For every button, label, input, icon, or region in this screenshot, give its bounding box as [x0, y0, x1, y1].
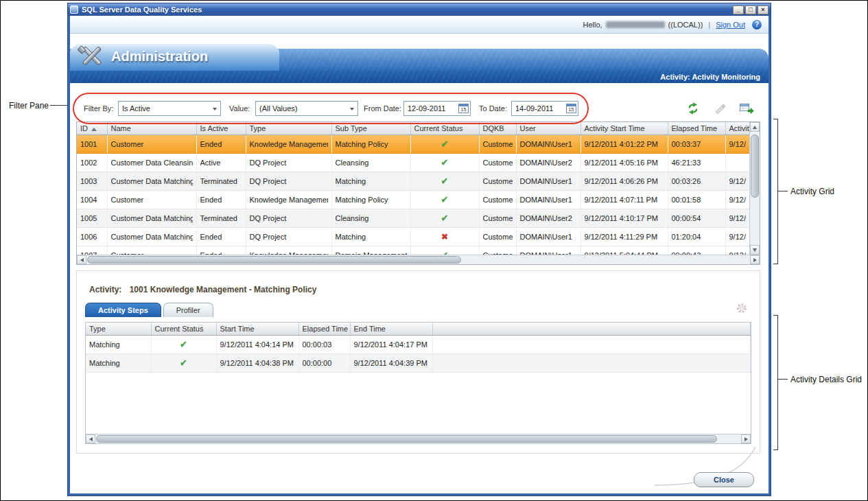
cell-status: ✔ — [410, 172, 479, 190]
hello-label: Hello, — [583, 21, 602, 29]
cell-sub_type: Matching — [331, 172, 410, 190]
value-select[interactable]: (All Values) — [255, 101, 358, 116]
activity-grid-horizontal-scrollbar[interactable] — [77, 255, 760, 264]
table-row[interactable]: 1007CustomerEndedKnowledge ManagementDom… — [77, 246, 749, 255]
cell-status: ✔ — [151, 353, 216, 372]
cell-type: Matching — [86, 335, 151, 353]
cell-activity: 9/12/20 — [725, 135, 749, 153]
cell-dqkb: Customer — [479, 190, 516, 209]
calendar-icon-day: 15 — [567, 106, 576, 113]
cell-start: 9/12/2011 4:04:14 PM — [216, 335, 298, 353]
cell-name: Customer Data Matching — [107, 209, 196, 227]
column-header[interactable]: DQKB — [479, 122, 516, 135]
screenshot-root: Filter Pane Activity Grid Activity Detai… — [0, 0, 868, 501]
column-header[interactable]: Elapsed Time — [668, 122, 725, 135]
cell-id: 1007 — [77, 246, 107, 255]
column-header[interactable]: Current Status — [410, 122, 479, 135]
tab-activity-steps[interactable]: Activity Steps — [85, 303, 161, 317]
column-header[interactable]: Sub Type — [331, 122, 410, 135]
calendar-icon[interactable]: 15 — [566, 104, 576, 113]
close-window-button[interactable]: × — [758, 5, 769, 14]
column-header[interactable]: Type — [86, 323, 151, 335]
cell-name: Customer — [107, 190, 196, 209]
to-date-label: To Date: — [479, 100, 507, 117]
table-row[interactable]: 1002Customer Data CleansingActiveDQ Proj… — [77, 153, 749, 172]
refresh-icon[interactable] — [685, 101, 701, 116]
column-header[interactable]: Is Active — [196, 122, 246, 135]
to-date-input[interactable]: 14-09-201115 — [511, 101, 578, 116]
activity-grid-header-row: IDNameIs ActiveTypeSub TypeCurrent Statu… — [77, 122, 749, 135]
vertical-scrollbar-thumb[interactable] — [751, 135, 759, 198]
details-grid-horizontal-scrollbar[interactable] — [86, 434, 751, 443]
help-icon[interactable]: ? — [752, 20, 762, 30]
annotation-line-filter-pane — [50, 105, 69, 106]
export-grid-icon[interactable] — [738, 101, 755, 116]
annotation-filter-pane: Filter Pane — [9, 101, 49, 110]
details-title: Activity: 1001 Knowledge Management - Ma… — [89, 285, 316, 294]
cell-type: Matching — [86, 353, 151, 372]
column-header[interactable]: Name — [107, 122, 196, 135]
tab-profiler[interactable]: Profiler — [163, 303, 213, 317]
app-icon — [70, 5, 78, 14]
scroll-down-button[interactable] — [750, 245, 760, 255]
cell-dqkb: Customer — [479, 172, 516, 190]
chevron-down-icon — [350, 108, 354, 110]
cell-status: ✔ — [151, 335, 216, 353]
calendar-icon[interactable]: 15 — [458, 104, 469, 113]
table-row[interactable]: 1004CustomerEndedKnowledge ManagementMat… — [77, 190, 749, 209]
cell-sub_type: Matching Policy — [331, 190, 410, 209]
cell-elapsed: 00:00:54 — [668, 209, 725, 227]
cell-type: Knowledge Management — [246, 246, 331, 255]
cell-status: ✖ — [410, 227, 479, 246]
horizontal-scrollbar-thumb[interactable] — [96, 435, 717, 443]
column-header[interactable]: Type — [246, 122, 331, 135]
scroll-left-button[interactable] — [77, 255, 86, 264]
value-label: Value: — [229, 100, 250, 117]
details-activity-label: Activity: — [89, 285, 121, 294]
scroll-right-button[interactable] — [741, 434, 751, 443]
bracket-tick — [773, 315, 778, 316]
table-row[interactable]: Matching✔9/12/2011 4:04:38 PM00:00:009/1… — [86, 353, 751, 372]
scroll-left-button[interactable] — [86, 434, 95, 443]
maximize-button[interactable]: □ — [745, 5, 756, 14]
close-button[interactable]: Close — [694, 472, 754, 487]
table-row[interactable]: 1003Customer Data MatchingTerminatedDQ P… — [77, 172, 749, 190]
terminate-process-icon-disabled[interactable] — [712, 101, 728, 116]
bracket-connector — [777, 191, 788, 191]
column-header[interactable]: User — [516, 122, 580, 135]
separator: | — [708, 21, 710, 29]
table-row[interactable]: Matching✔9/12/2011 4:04:14 PM00:00:039/1… — [86, 335, 751, 353]
activity-grid-table: IDNameIs ActiveTypeSub TypeCurrent Statu… — [77, 122, 750, 255]
header-strip: Hello, ((LOCAL)) | Sign Out ? — [70, 16, 769, 34]
cell-dqkb: Customer — [479, 227, 516, 246]
column-header[interactable]: Activity Start Time — [580, 122, 668, 135]
column-header[interactable]: End Time — [350, 323, 432, 335]
column-header[interactable]: Start Time — [216, 323, 298, 335]
status-ok-icon: ✔ — [414, 154, 476, 172]
to-date-value: 14-09-2011 — [515, 104, 553, 113]
cell-status: ✔ — [410, 153, 479, 172]
column-header[interactable]: Elapsed Time — [298, 323, 350, 335]
minimize-button[interactable]: _ — [733, 5, 744, 14]
cell-is_active: Ended — [196, 135, 246, 153]
gear-icon-disabled — [736, 303, 747, 315]
table-row[interactable]: 1006Customer Data MatchingEndedDQ Projec… — [77, 227, 749, 246]
banner-tab: Administration — [70, 43, 279, 71]
column-header[interactable]: Current Status — [151, 323, 216, 335]
grid-toolbar — [685, 100, 755, 117]
column-header[interactable]: Activity — [725, 122, 749, 135]
activity-grid-vertical-scrollbar[interactable] — [749, 122, 760, 255]
from-date-input[interactable]: 12-09-201115 — [403, 101, 471, 116]
column-header[interactable]: ID — [77, 122, 107, 135]
cell-elapsed: 00:01:58 — [668, 190, 725, 209]
activity-details-panel: Activity: 1001 Knowledge Management - Ma… — [76, 270, 760, 454]
horizontal-scrollbar-thumb[interactable] — [87, 256, 461, 264]
scroll-up-button[interactable] — [750, 122, 760, 132]
sign-out-link[interactable]: Sign Out — [716, 21, 745, 29]
table-row[interactable]: 1005Customer Data MatchingTerminatedDQ P… — [77, 209, 749, 227]
bracket-tick — [773, 119, 778, 119]
filter-by-select[interactable]: Is Active — [118, 101, 221, 116]
table-row[interactable]: 1001CustomerEndedKnowledge ManagementMat… — [77, 135, 749, 153]
scroll-right-button[interactable] — [750, 255, 760, 264]
cell-activity: 9/12/20 — [725, 190, 749, 209]
